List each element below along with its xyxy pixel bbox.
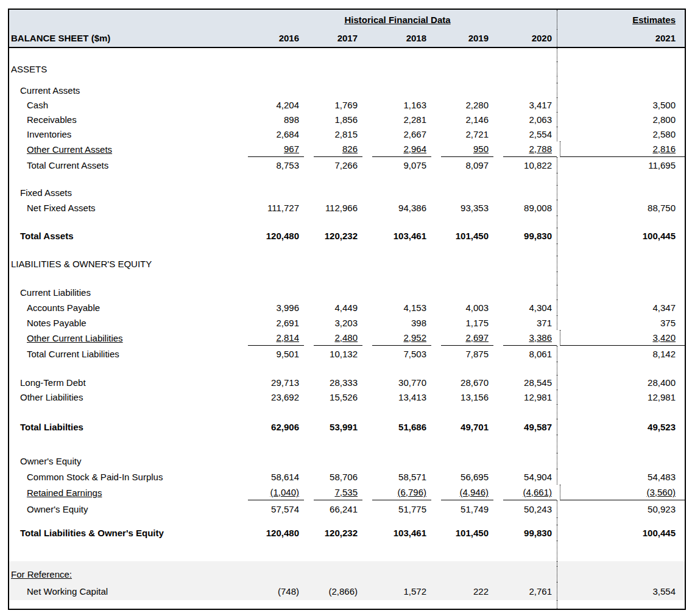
- cell-value: 30,770: [398, 378, 426, 387]
- row-label-text: Current Assets: [20, 86, 80, 95]
- cell-owner-s-equity-2020: [493, 453, 557, 469]
- cell-value: 898: [284, 115, 299, 124]
- cell-notes-payable-2017: 3,203: [304, 315, 362, 330]
- cell-current-assets-2017: [304, 83, 362, 97]
- cell-for-reference-2018: [362, 566, 431, 582]
- cell-total-liabilities-owner-s-equity-2016: 120,480: [238, 525, 304, 541]
- row-label-text: Other Current Liabilities: [27, 334, 123, 343]
- cell-value: 2,691: [276, 318, 299, 327]
- cell-value: 7,266: [334, 161, 358, 170]
- cell-current-liabilities-2018: [362, 285, 431, 299]
- cell-liabilities-owner-s-equity-2016: [238, 256, 304, 271]
- cell-value: 2,952: [403, 333, 426, 342]
- cell-value: 28,333: [330, 378, 358, 387]
- cell-common-stock-paid-in-surplus-2016: 58,614: [238, 469, 304, 485]
- cell-net-fixed-assets-2017: 112,966: [304, 200, 362, 215]
- cell-owner-s-equity-2019: [431, 453, 493, 469]
- cell-value: 54,904: [524, 472, 552, 481]
- cell-value: 8,142: [652, 349, 676, 359]
- cell-value: 7,503: [403, 349, 426, 359]
- cell-fixed-assets-2019: [431, 185, 493, 200]
- spacer-row: [9, 541, 685, 561]
- cell-other-current-assets-2017: 826: [314, 141, 362, 157]
- cell-total-current-liabilities-2018: 7,503: [362, 346, 431, 362]
- cell-value: 2,815: [334, 130, 358, 139]
- cell-cash-2017: 1,769: [304, 97, 362, 112]
- row-label-text: ASSETS: [11, 65, 47, 74]
- cell-value: 3,500: [652, 100, 676, 110]
- row-label-accounts-payable: Accounts Payable: [9, 299, 238, 315]
- table-row: Net Working Capital(748)(2,866)1,5722222…: [9, 582, 685, 600]
- spacer-cell: [9, 600, 557, 609]
- cell-owner-s-equity-2021: 50,923: [557, 500, 685, 517]
- row-label-total-liabilities-owner-s-equity: Total Liabilities & Owner's Equity: [9, 525, 238, 541]
- row-label-text: Owner's Equity: [27, 505, 88, 514]
- row-label-text: LIABILITIES & OWNER'S EQUITY: [11, 259, 152, 268]
- row-label-cash: Cash: [9, 97, 238, 112]
- cell-value: 1,572: [403, 587, 426, 596]
- cell-value: 967: [284, 144, 299, 153]
- spacer-row: [9, 173, 685, 185]
- cell-other-liabilities-2020: 12,981: [493, 390, 557, 404]
- cell-total-current-assets-2017: 7,266: [304, 157, 362, 173]
- table-row: Total Current Liabilities9,50110,1327,50…: [9, 346, 685, 362]
- cell-total-current-assets-2018: 9,075: [362, 157, 431, 173]
- spacer-row: [9, 517, 685, 525]
- table-row: Total Assets120,480120,232103,461101,450…: [9, 228, 685, 243]
- cell-other-current-assets-2021: 2,816: [560, 141, 685, 157]
- row-label-total-current-liabilities: Total Current Liabilities: [9, 346, 238, 362]
- cell-value: 49,701: [461, 422, 489, 432]
- cell-other-liabilities-2021: 12,981: [557, 390, 685, 404]
- cell-total-liabilties-2017: 53,991: [304, 419, 362, 435]
- cell-fixed-assets-2021: [557, 185, 685, 200]
- table-row: Fixed Assets: [9, 185, 685, 200]
- spacer-cell: [9, 517, 557, 525]
- cell-other-current-liabilities-2019: 2,697: [441, 330, 493, 346]
- cell-value: 1,175: [465, 318, 489, 327]
- cell-total-liabilties-2018: 51,686: [362, 419, 431, 435]
- cell-value: 2,146: [465, 115, 489, 124]
- table-row: Other Current Liabilities2,8142,4802,952…: [9, 330, 685, 346]
- spacer-cell: [9, 76, 557, 83]
- cell-value: 49,523: [648, 422, 676, 432]
- cell-long-term-debt-2020: 28,545: [493, 375, 557, 390]
- row-label-assets: ASSETS: [9, 61, 238, 76]
- cell-value: 4,304: [529, 303, 552, 312]
- cell-value: 8,097: [465, 161, 489, 170]
- cell-value: (748): [278, 587, 299, 596]
- cell-net-working-capital-2020: 2,761: [493, 582, 557, 600]
- row-label-text: Fixed Assets: [20, 188, 72, 197]
- cell-value: 23,692: [271, 393, 299, 402]
- cell-value: 93,353: [461, 203, 489, 212]
- cell-owner-s-equity-2020: 50,243: [493, 500, 557, 517]
- cell-net-fixed-assets-2016: 111,727: [238, 200, 304, 215]
- cell-total-liabilties-2019: 49,701: [431, 419, 493, 435]
- cell-total-assets-2021: 100,445: [557, 228, 685, 243]
- cell-inventories-2020: 2,554: [493, 127, 557, 141]
- cell-value: 54,483: [648, 472, 676, 481]
- spacer-row: [9, 243, 685, 256]
- cell-value: 4,153: [403, 303, 426, 312]
- cell-value: 10,822: [524, 161, 552, 170]
- cell-receivables-2019: 2,146: [431, 112, 493, 127]
- cell-value: 100,445: [643, 528, 676, 537]
- cell-other-current-liabilities-2016: 2,814: [248, 330, 304, 346]
- cell-accounts-payable-2018: 4,153: [362, 299, 431, 315]
- table-row: For Reference:: [9, 566, 685, 582]
- cell-for-reference-2019: [431, 566, 493, 582]
- row-label-text: Total Assets: [20, 231, 74, 240]
- cell-accounts-payable-2021: 4,347: [557, 299, 685, 315]
- cell-value: 2,480: [334, 333, 358, 342]
- cell-value: 101,450: [456, 528, 489, 537]
- cell-value: 4,347: [652, 303, 676, 312]
- cell-value: 4,003: [465, 303, 489, 312]
- cell-other-current-assets-2016: 967: [248, 141, 304, 157]
- row-label-receivables: Receivables: [9, 112, 238, 127]
- balance-sheet-table: Historical Financial Data Estimates BALA…: [8, 9, 686, 610]
- cell-accounts-payable-2016: 3,996: [238, 299, 304, 315]
- cell-retained-earnings-2019: (4,946): [441, 485, 493, 500]
- table-row: Accounts Payable3,9964,4494,1534,0034,30…: [9, 299, 685, 315]
- cell-total-current-assets-2021: 11,695: [557, 157, 685, 173]
- row-label-text: Net Working Capital: [27, 587, 108, 596]
- cell-liabilities-owner-s-equity-2020: [493, 256, 557, 271]
